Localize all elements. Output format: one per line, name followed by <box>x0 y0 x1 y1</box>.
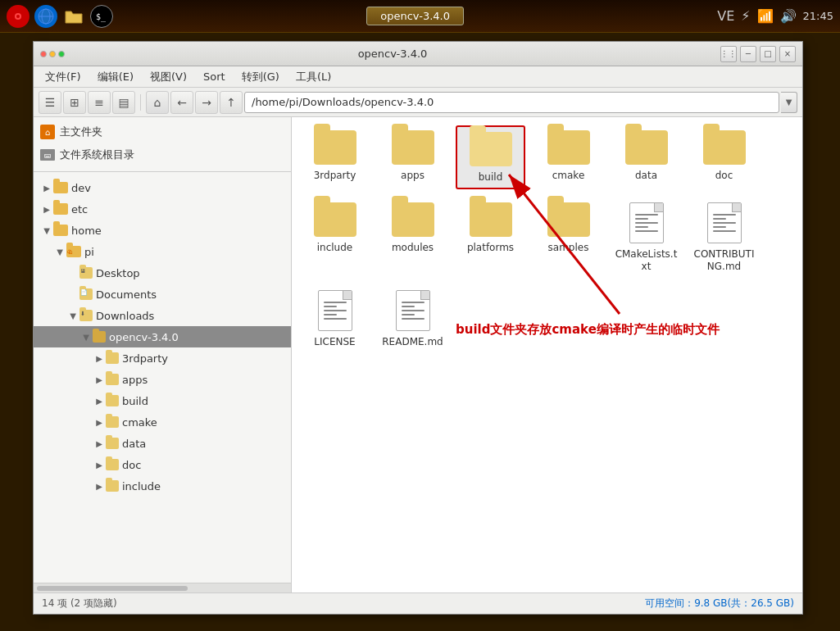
tree-cmake[interactable]: ▶ cmake <box>34 411 291 433</box>
hdd-sidebar-icon: 🖴 <box>40 149 55 161</box>
sidebar-tree: ▶ dev ▶ etc ▼ home <box>34 174 291 500</box>
file-item-3rdparty[interactable]: 3rdparty <box>300 125 370 189</box>
menu-sort[interactable]: Sort <box>197 69 232 84</box>
tree-include[interactable]: ▶ include <box>34 475 291 497</box>
window-close-btn[interactable]: × <box>779 46 796 62</box>
file-label-contributing: CONTRIBUTING.md <box>692 248 756 272</box>
folder-icon-etc <box>53 203 68 215</box>
tree-etc[interactable]: ▶ etc <box>34 198 291 220</box>
doc-readme-icon <box>396 290 430 331</box>
tree-home[interactable]: ▼ home <box>34 220 291 241</box>
tree-desktop[interactable]: 🖥 Desktop <box>34 262 291 284</box>
file-item-cmake[interactable]: cmake <box>534 125 603 189</box>
folder-taskbar-icon[interactable] <box>62 5 85 28</box>
file-item-apps[interactable]: apps <box>378 125 447 189</box>
file-label-data: data <box>635 170 657 181</box>
tree-dev[interactable]: ▶ dev <box>34 177 291 198</box>
view-compact-btn[interactable]: ≡ <box>88 91 111 114</box>
window-minimize-btn[interactable]: − <box>740 46 756 62</box>
view-detail-btn[interactable]: ▤ <box>112 91 135 114</box>
terminal-icon[interactable]: $_ <box>90 5 113 28</box>
titlebar-dots <box>40 51 65 57</box>
file-item-doc[interactable]: doc <box>689 125 759 189</box>
file-item-contributing[interactable]: CONTRIBUTING.md <box>689 197 759 277</box>
tree-toggle-doc: ▶ <box>93 458 106 471</box>
tree-toggle-build: ▶ <box>93 394 106 407</box>
tree-label-doc: doc <box>122 459 141 471</box>
file-label-modules: modules <box>392 242 434 253</box>
sidebar-home[interactable]: ⌂ 主文件夹 <box>34 120 291 143</box>
maximize-dot[interactable] <box>58 51 65 57</box>
window-maximize-btn[interactable]: □ <box>760 46 776 62</box>
back-btn[interactable]: ← <box>170 91 193 114</box>
file-grid: 3rdparty apps build cmake <box>300 125 794 353</box>
menu-goto[interactable]: 转到(G) <box>235 68 286 86</box>
file-item-readme[interactable]: README.md <box>378 285 447 352</box>
forward-btn[interactable]: → <box>195 91 218 114</box>
tree-toggle-3rdparty: ▶ <box>93 352 106 365</box>
sidebar: ⌂ 主文件夹 🖴 文件系统根目录 ▶ dev <box>34 117 292 592</box>
folder-cmake-icon <box>547 130 590 165</box>
file-item-build[interactable]: build <box>456 125 525 189</box>
sidebar-root-label: 文件系统根目录 <box>60 148 134 162</box>
sidebar-scrollbar[interactable] <box>34 583 291 592</box>
view-icon-btn[interactable]: ⊞ <box>63 91 86 114</box>
volume-icon[interactable]: 🔊 <box>780 8 797 24</box>
taskbar-app-button[interactable]: opencv-3.4.0 <box>366 7 464 25</box>
file-item-data[interactable]: data <box>611 125 681 189</box>
svg-text:$_: $_ <box>96 12 107 22</box>
bluetooth-icon[interactable]: ⚡ <box>741 8 750 24</box>
address-bar[interactable]: /home/pi/Downloads/opencv-3.4.0 <box>244 92 779 113</box>
window-menu-btn[interactable]: ⋮⋮ <box>720 46 737 62</box>
home-btn[interactable]: ⌂ <box>146 91 169 114</box>
address-dropdown[interactable]: ▼ <box>781 92 797 113</box>
close-dot[interactable] <box>40 51 47 57</box>
file-item-samples[interactable]: samples <box>534 197 603 277</box>
tree-build[interactable]: ▶ build <box>34 390 291 411</box>
file-label-license: LICENSE <box>314 336 355 347</box>
menu-tools[interactable]: 工具(L) <box>289 68 338 86</box>
sidebar-bookmarks: ⌂ 主文件夹 🖴 文件系统根目录 <box>34 117 291 170</box>
tree-opencv[interactable]: ▼ opencv-3.4.0 <box>34 326 291 347</box>
tree-documents[interactable]: 📄 Documents <box>34 284 291 305</box>
raspberry-icon[interactable] <box>7 5 30 28</box>
file-item-modules[interactable]: modules <box>378 197 447 277</box>
taskbar-right: VE ⚡ 📶 🔊 21:45 <box>717 8 833 24</box>
file-item-cmakelists[interactable]: CMakeLists.txt <box>611 197 681 277</box>
menu-view[interactable]: 视图(V) <box>143 68 193 86</box>
tree-toggle-home: ▼ <box>40 224 53 237</box>
tree-doc[interactable]: ▶ doc <box>34 454 291 475</box>
file-item-license[interactable]: LICENSE <box>300 285 370 352</box>
sidebar-root[interactable]: 🖴 文件系统根目录 <box>34 143 291 166</box>
sidebar-home-label: 主文件夹 <box>60 125 102 139</box>
file-item-include[interactable]: include <box>300 197 370 277</box>
ve-icon: VE <box>717 8 734 24</box>
tree-label-dev: dev <box>71 182 91 194</box>
file-label-build: build <box>479 171 503 183</box>
wifi-icon[interactable]: 📶 <box>757 8 774 24</box>
file-label-readme: README.md <box>382 336 443 347</box>
tree-downloads[interactable]: ▼ ⬇ Downloads <box>34 305 291 326</box>
globe-icon[interactable] <box>34 5 57 28</box>
tree-pi[interactable]: ▼ ⌂ pi <box>34 241 291 262</box>
minimize-dot[interactable] <box>49 51 56 57</box>
folder-samples-icon <box>547 202 590 237</box>
folder-platforms-icon <box>470 202 512 237</box>
tree-toggle-etc: ▶ <box>40 202 53 216</box>
tree-data[interactable]: ▶ data <box>34 433 291 454</box>
titlebar-left <box>40 51 65 57</box>
tree-apps[interactable]: ▶ apps <box>34 369 291 390</box>
file-item-platforms[interactable]: platforms <box>456 197 525 277</box>
folder-build-icon <box>470 132 512 166</box>
tree-label-opencv: opencv-3.4.0 <box>109 331 179 343</box>
tree-3rdparty[interactable]: ▶ 3rdparty <box>34 347 291 369</box>
menu-file[interactable]: 文件(F) <box>39 68 88 86</box>
tree-toggle-apps: ▶ <box>93 373 106 386</box>
file-label-cmakelists: CMakeLists.txt <box>615 248 678 272</box>
view-list-btn[interactable]: ☰ <box>39 91 61 114</box>
tree-label-pi: pi <box>84 246 94 258</box>
menu-edit[interactable]: 编辑(E) <box>91 68 140 86</box>
tree-toggle-dev: ▶ <box>40 181 53 194</box>
up-btn[interactable]: ↑ <box>220 91 243 114</box>
doc-cmakelists-icon <box>629 202 664 243</box>
